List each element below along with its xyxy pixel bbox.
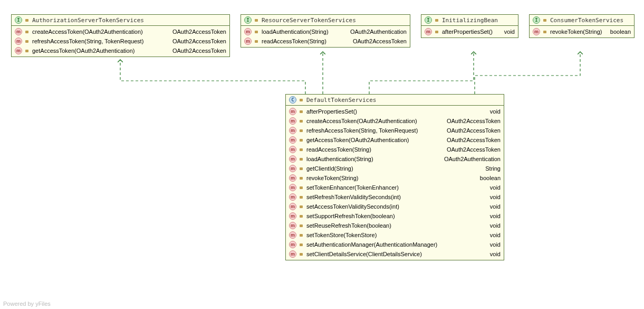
- lock-icon: [299, 118, 304, 124]
- method-icon: m: [15, 28, 22, 35]
- method-sig: getAccessToken(OAuth2Authentication): [306, 137, 409, 143]
- method-icon: m: [289, 174, 296, 182]
- lock-icon: [299, 128, 304, 133]
- interface-box-resource: I ResourceServerTokenServices mloadAuthe…: [241, 14, 410, 48]
- method-sig: revokeToken(String): [550, 29, 602, 35]
- lock-icon: [434, 29, 439, 34]
- method-icon: m: [289, 241, 296, 248]
- method-row: msetAccessTokenValiditySeconds(int)void: [286, 202, 504, 211]
- lock-icon: [24, 39, 30, 44]
- type-name: ConsumerTokenServices: [550, 17, 623, 24]
- method-ret: boolean: [605, 29, 631, 35]
- box-header: I AuthorizationServerTokenServices: [12, 15, 229, 26]
- method-icon: m: [289, 136, 296, 144]
- lock-icon: [24, 48, 30, 53]
- lock-icon: [299, 194, 304, 200]
- lock-icon: [254, 29, 259, 34]
- method-ret: boolean: [475, 175, 501, 181]
- method-row: mreadAccessToken(String)OAuth2AccessToke…: [241, 36, 410, 46]
- lock-icon: [254, 39, 259, 44]
- method-sig: setRefreshTokenValiditySeconds(int): [306, 194, 401, 200]
- method-row: msetAuthenticationManager(Authentication…: [286, 240, 504, 249]
- box-body: mafterPropertiesSet()void: [421, 26, 518, 38]
- method-ret: void: [485, 108, 501, 115]
- lock-icon: [299, 156, 304, 162]
- method-ret: void: [485, 203, 501, 210]
- method-icon: m: [425, 28, 432, 35]
- box-header: I InitializingBean: [421, 15, 518, 26]
- method-sig: readAccessToken(String): [262, 38, 326, 44]
- interface-box-consumer: I ConsumerTokenServices mrevokeToken(Str…: [529, 14, 635, 38]
- method-sig: setSupportRefreshToken(boolean): [306, 213, 395, 219]
- method-ret: OAuth2Authentication: [345, 29, 407, 35]
- method-ret: OAuth2AccessToken: [167, 38, 226, 44]
- method-row: mafterPropertiesSet()void: [421, 27, 518, 36]
- method-sig: createAccessToken(OAuth2Authentication): [306, 118, 417, 124]
- method-sig: setAuthenticationManager(AuthenticationM…: [306, 241, 437, 248]
- method-ret: void: [485, 222, 501, 229]
- method-ret: OAuth2AccessToken: [441, 146, 501, 153]
- lock-icon: [299, 147, 304, 152]
- method-row: msetReuseRefreshToken(boolean)void: [286, 221, 504, 230]
- method-sig: refreshAccessToken(String, TokenRequest): [32, 38, 143, 44]
- interface-icon: I: [425, 16, 432, 24]
- method-ret: OAuth2AccessToken: [167, 29, 226, 35]
- method-ret: void: [485, 251, 501, 257]
- lock-icon: [254, 17, 259, 23]
- method-sig: setClientDetailsService(ClientDetailsSer…: [306, 251, 422, 257]
- interface-box-init: I InitializingBean mafterPropertiesSet()…: [421, 14, 518, 38]
- method-sig: getAccessToken(OAuth2Authentication): [32, 48, 134, 54]
- method-ret: void: [485, 232, 501, 238]
- box-body: mafterPropertiesSet()voidmcreateAccessTo…: [286, 106, 504, 260]
- method-icon: m: [289, 222, 296, 229]
- lock-icon: [299, 185, 304, 190]
- class-icon: C: [289, 96, 296, 104]
- method-icon: m: [15, 47, 22, 54]
- method-row: msetTokenStore(TokenStore)void: [286, 230, 504, 240]
- method-ret: void: [485, 213, 501, 219]
- method-row: mafterPropertiesSet()void: [286, 107, 504, 116]
- method-icon: m: [289, 108, 296, 115]
- method-ret: OAuth2AccessToken: [167, 48, 226, 54]
- method-ret: OAuth2AccessToken: [348, 38, 407, 44]
- interface-box-authorization: I AuthorizationServerTokenServices mcrea…: [11, 14, 230, 57]
- method-sig: loadAuthentication(String): [306, 156, 373, 162]
- method-icon: m: [289, 193, 296, 201]
- method-icon: m: [289, 155, 296, 163]
- method-sig: getClientId(String): [306, 165, 353, 172]
- method-icon: m: [289, 117, 296, 125]
- method-sig: readAccessToken(String): [306, 146, 371, 153]
- method-row: mloadAuthentication(String)OAuth2Authent…: [241, 27, 410, 36]
- method-sig: revokeToken(String): [306, 175, 358, 181]
- interface-icon: I: [244, 16, 252, 24]
- interface-icon: I: [533, 16, 540, 24]
- box-header: I ConsumerTokenServices: [530, 15, 634, 26]
- lock-icon: [24, 17, 30, 23]
- method-row: msetTokenEnhancer(TokenEnhancer)void: [286, 183, 504, 192]
- lock-icon: [542, 17, 547, 23]
- lock-icon: [434, 17, 439, 23]
- box-body: mcreateAccessToken(OAuth2Authentication)…: [12, 26, 229, 57]
- box-body: mloadAuthentication(String)OAuth2Authent…: [241, 26, 410, 47]
- method-icon: m: [289, 127, 296, 134]
- lock-icon: [299, 204, 304, 209]
- method-icon: m: [244, 38, 252, 45]
- method-ret: OAuth2AccessToken: [441, 127, 501, 134]
- method-row: msetClientDetailsService(ClientDetailsSe…: [286, 249, 504, 259]
- box-header: I ResourceServerTokenServices: [241, 15, 410, 26]
- method-icon: m: [289, 184, 296, 191]
- method-row: mgetAccessToken(OAuth2Authentication)OAu…: [286, 135, 504, 145]
- method-sig: createAccessToken(OAuth2Authentication): [32, 29, 143, 35]
- method-row: mrevokeToken(String)boolean: [530, 27, 634, 36]
- method-row: mrevokeToken(String)boolean: [286, 173, 504, 183]
- method-row: mreadAccessToken(String)OAuth2AccessToke…: [286, 145, 504, 154]
- lock-icon: [299, 166, 304, 171]
- type-name: InitializingBean: [442, 17, 498, 24]
- method-icon: m: [289, 231, 296, 239]
- method-row: mloadAuthentication(String)OAuth2Authent…: [286, 154, 504, 164]
- method-ret: void: [485, 241, 501, 248]
- method-ret: OAuth2Authentication: [439, 156, 501, 162]
- method-icon: m: [289, 203, 296, 210]
- lock-icon: [299, 232, 304, 238]
- class-box-default: C DefaultTokenServices mafterPropertiesS…: [285, 94, 504, 260]
